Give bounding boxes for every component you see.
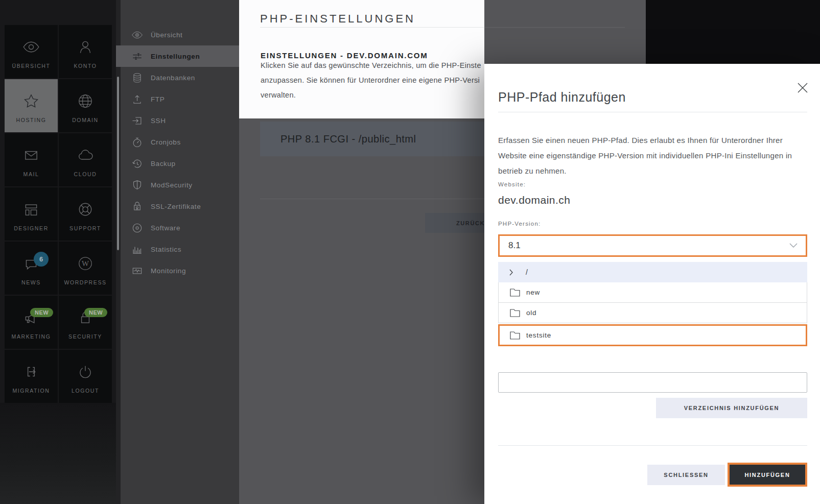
- menu-item-label: Einstellungen: [151, 53, 200, 60]
- certificate-lock-icon: [131, 201, 143, 212]
- mail-icon: [5, 147, 58, 164]
- menu-item-label: Software: [151, 224, 180, 232]
- chevron-down-icon: [789, 243, 798, 248]
- sidebar-tile-mail[interactable]: MAIL: [5, 133, 58, 186]
- sliders-icon: [131, 51, 143, 62]
- menu-item-ftp[interactable]: FTP: [121, 88, 239, 110]
- directory-row-root[interactable]: /: [498, 262, 807, 282]
- menu-item-cronjobs[interactable]: Cronjobs: [121, 131, 239, 153]
- page-title: PHP-EINSTELLUNGEN: [260, 12, 415, 26]
- upload-icon: [131, 93, 143, 105]
- menu-item-modsecurity[interactable]: ModSecurity: [121, 174, 239, 196]
- menu-item-ssh[interactable]: SSH: [121, 110, 239, 131]
- directory-row[interactable]: old: [498, 303, 807, 323]
- close-icon[interactable]: [797, 82, 808, 93]
- directory-name: testsite: [526, 331, 551, 339]
- tile-label: WORDPRESS: [59, 279, 112, 285]
- menu-item-ssl-zertifikate[interactable]: SSL-Zertifikate: [121, 196, 239, 217]
- add-directory-button[interactable]: VERZEICHNIS HINZUFÜGEN: [656, 398, 807, 418]
- eye-icon: [5, 38, 58, 56]
- tile-label: SUPPORT: [59, 225, 112, 231]
- website-label: Website:: [498, 181, 526, 187]
- tile-label: NEWS: [5, 279, 58, 285]
- sidebar-tile-news[interactable]: 6 NEWS: [5, 242, 58, 295]
- tile-label: MAIL: [5, 171, 58, 177]
- dialog-title: PHP-Pfad hinzufügen: [498, 90, 626, 105]
- sidebar-tile-security[interactable]: NEW SECURITY: [59, 296, 112, 349]
- tile-label: KONTO: [59, 63, 112, 69]
- sidebar-tile-migration[interactable]: MIGRATION: [5, 350, 58, 403]
- globe-icon: [59, 92, 112, 110]
- directory-row-selected[interactable]: testsite: [498, 324, 807, 346]
- sidebar-tile-konto[interactable]: KONTO: [59, 25, 112, 78]
- pulse-monitor-icon: [131, 265, 143, 277]
- php-version-selected-value: 8.1: [508, 241, 521, 251]
- php-path-row-label: PHP 8.1 FCGI - /public_html: [280, 133, 416, 145]
- app-root: ÜBERSICHT KONTO HOSTING DOMAIN MAIL CLOU…: [0, 0, 820, 504]
- directory-row[interactable]: new: [498, 282, 807, 303]
- migration-arrow-icon: [5, 363, 58, 380]
- menu-item-datenbanken[interactable]: Datenbanken: [121, 67, 239, 88]
- cloud-icon: [59, 147, 112, 164]
- tile-label: DESIGNER: [5, 225, 58, 231]
- dialog-divider-bottom: [498, 445, 807, 446]
- header-divider: [260, 27, 484, 28]
- php-path-dialog: PHP-Pfad hinzufügen Erfassen Sie einen n…: [484, 64, 820, 504]
- menu-item-monitoring[interactable]: Monitoring: [121, 260, 239, 281]
- sidebar-tile-logout[interactable]: LOGOUT: [59, 350, 112, 403]
- tile-label: CLOUD: [59, 171, 112, 177]
- sidebar-tile-support[interactable]: SUPPORT: [59, 187, 112, 241]
- section-description-line: verwalten.: [261, 91, 296, 99]
- tile-label: LOGOUT: [59, 388, 112, 394]
- sidebar-tile-uebersicht[interactable]: ÜBERSICHT: [5, 25, 58, 78]
- tile-label: SECURITY: [59, 333, 112, 340]
- website-value: dev.domain.ch: [498, 194, 571, 206]
- section-description-line: Klicken Sie auf das gewünschte Verzeichn…: [261, 61, 481, 69]
- power-icon: [59, 363, 112, 380]
- tile-label: ÜBERSICHT: [5, 63, 58, 69]
- dialog-close-button[interactable]: SCHLIESSEN: [647, 465, 725, 485]
- sidebar-tile-designer[interactable]: DESIGNER: [5, 187, 58, 241]
- star-icon: [5, 92, 58, 110]
- php-version-select[interactable]: 8.1: [498, 234, 807, 257]
- dialog-submit-button[interactable]: HINZUFÜGEN: [728, 463, 807, 487]
- tile-label: DOMAIN: [59, 117, 112, 123]
- stopwatch-icon: [131, 136, 143, 148]
- menu-item-label: Übersicht: [151, 31, 182, 39]
- sidebar-tile-cloud[interactable]: CLOUD: [59, 133, 112, 186]
- dialog-description: Erfassen Sie einen neuen PHP-Pfad. Dies …: [498, 133, 807, 179]
- menu-item-label: Cronjobs: [151, 138, 181, 146]
- news-count-badge: 6: [34, 252, 49, 267]
- directory-name: /: [526, 268, 528, 276]
- menu-item-backup[interactable]: Backup: [121, 153, 239, 174]
- restore-clock-icon: [131, 158, 143, 170]
- menu-item-label: Datenbanken: [151, 74, 195, 82]
- directory-name: new: [526, 289, 540, 296]
- menu-item-software[interactable]: Software: [121, 217, 239, 238]
- tile-label: HOSTING: [5, 117, 58, 123]
- sidebar-tile-marketing[interactable]: NEW MARKETING: [5, 296, 58, 349]
- page-header-panel: PHP-EINSTELLUNGEN EINSTELLUNGEN - DEV.DO…: [239, 0, 484, 118]
- chat-bubble-icon: [5, 255, 58, 272]
- sidebar-tile-hosting[interactable]: HOSTING: [5, 79, 58, 132]
- menu-item-label: ModSecurity: [151, 181, 193, 189]
- sidebar-divider-stripe: [116, 0, 121, 504]
- menu-item-statistics[interactable]: Statistics: [121, 238, 239, 260]
- section-description-line: anzupassen. Sie können für Unterordner e…: [261, 76, 480, 84]
- menu-item-label: Monitoring: [151, 267, 186, 275]
- menu-item-uebersicht[interactable]: Übersicht: [121, 24, 239, 45]
- new-directory-input[interactable]: [498, 372, 807, 393]
- secondary-sidebar: Übersicht Einstellungen Datenbanken FTP …: [116, 0, 239, 504]
- sidebar-tile-wordpress[interactable]: W WORDPRESS: [59, 242, 112, 295]
- bar-chart-icon: [131, 244, 143, 255]
- folder-icon: [510, 331, 521, 340]
- svg-text:W: W: [82, 259, 89, 268]
- scrollbar-thumb[interactable]: [117, 77, 119, 250]
- menu-item-einstellungen[interactable]: Einstellungen: [116, 45, 239, 67]
- security-new-badge: NEW: [84, 308, 107, 317]
- menu-item-label: Backup: [151, 160, 176, 167]
- sidebar-tile-domain[interactable]: DOMAIN: [59, 79, 112, 132]
- eye-icon: [131, 29, 143, 41]
- dialog-divider-top: [498, 112, 807, 112]
- background-dark-region: [646, 0, 820, 64]
